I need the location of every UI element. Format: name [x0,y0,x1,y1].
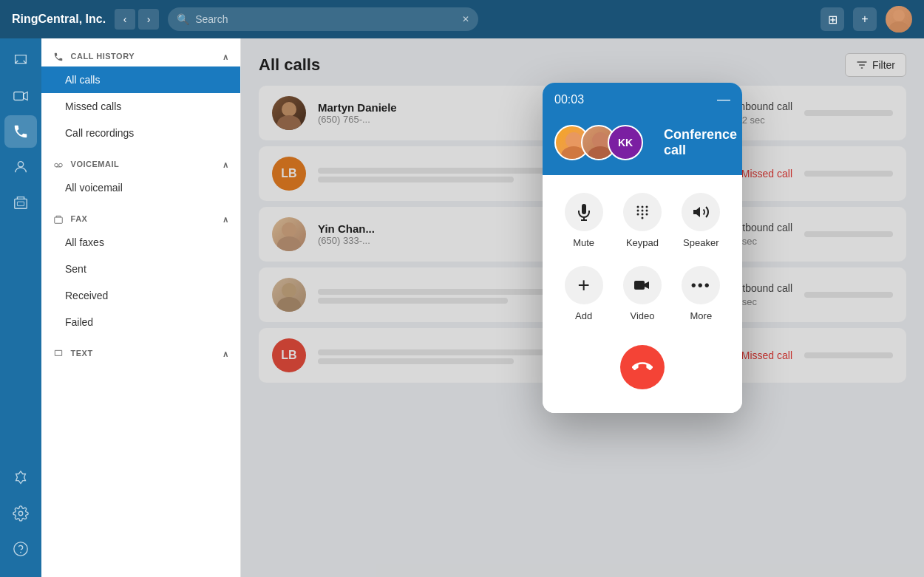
search-clear-icon[interactable]: ✕ [462,14,469,24]
speaker-icon [682,193,720,231]
svg-point-35 [645,210,648,212]
controls-row-2: + Add Video ••• More [554,266,730,321]
sidebar-item-video[interactable] [4,80,37,112]
keypad-button[interactable]: Keypad [623,193,662,248]
svg-point-31 [641,206,643,208]
video-icon [623,266,662,304]
svg-point-33 [636,210,639,212]
nav-item-all-faxes[interactable]: All faxes [41,229,240,256]
icon-sidebar [0,38,41,577]
sidebar-item-messages[interactable] [4,44,37,77]
nav-item-received[interactable]: Received [41,282,240,309]
end-call-row [554,339,730,401]
content-area: All calls Filter Martyn Daniele (650) 76… [241,38,924,577]
sidebar-item-phone[interactable] [4,115,37,148]
call-dialog-header: 00:03 — [543,83,742,116]
text-label: TEXT [71,349,93,358]
nav-controls: ‹ › [115,9,159,30]
mute-button[interactable]: Mute [565,193,603,248]
search-bar: 🔍 ✕ [168,7,478,31]
fax-section-header[interactable]: FAX ∧ [41,207,240,229]
mute-icon [565,193,603,231]
nav-item-call-recordings[interactable]: Call recordings [41,120,240,146]
svg-rect-4 [15,199,27,208]
voicemail-section-header[interactable]: VOICEMAIL ∧ [41,152,240,174]
speaker-button[interactable]: Speaker [682,193,720,248]
search-input[interactable] [195,13,456,25]
text-icon: TEXT [53,349,93,359]
nav-item-sent[interactable]: Sent [41,256,240,282]
app-title: RingCentral, Inc. [12,13,106,26]
topbar: RingCentral, Inc. ‹ › 🔍 ✕ ⊞ + [0,0,924,38]
svg-rect-5 [17,202,24,206]
nav-item-failed[interactable]: Failed [41,309,240,335]
icon-sidebar-bottom [4,462,37,577]
call-history-label: CALL HISTORY [71,52,135,61]
nav-item-all-calls[interactable]: All calls [41,66,240,93]
more-label: More [690,310,713,321]
svg-rect-11 [55,217,63,223]
svg-point-26 [592,132,608,148]
nav-sidebar: CALL HISTORY ∧ All calls Missed calls Ca… [41,38,241,577]
participant-avatar-kk: KK [608,125,643,160]
add-label: Add [575,310,592,321]
main-layout: CALL HISTORY ∧ All calls Missed calls Ca… [0,38,924,577]
voicemail-chevron: ∧ [222,160,229,170]
fax-chevron: ∧ [222,215,229,225]
nav-item-all-voicemail[interactable]: All voicemail [41,174,240,201]
user-avatar[interactable] [886,6,912,33]
svg-point-30 [636,206,639,208]
svg-point-3 [18,162,23,167]
call-dialog: 00:03 — KK Conference call [543,83,742,413]
text-section-header[interactable]: TEXT ∧ [41,341,240,363]
nav-item-missed-calls[interactable]: Missed calls [41,93,240,120]
apps-button[interactable]: ⊞ [821,7,844,31]
conference-label: Conference call [664,127,737,158]
call-controls: Mute Keypad Speaker [543,175,742,413]
sidebar-item-help[interactable] [4,533,37,565]
svg-point-24 [565,132,582,148]
svg-point-37 [641,214,643,216]
keypad-label: Keypad [626,237,659,248]
fax-icon: FAX [53,214,87,225]
svg-point-38 [645,214,648,216]
call-history-chevron: ∧ [222,52,229,62]
svg-point-34 [641,210,643,212]
sidebar-item-fax[interactable] [4,186,37,219]
avatar-image [886,6,912,33]
svg-point-39 [641,217,643,219]
svg-point-9 [55,163,58,167]
svg-point-36 [636,214,639,216]
add-button[interactable]: + Add [565,266,603,321]
voicemail-label: VOICEMAIL [71,160,120,168]
voicemail-icon: VOICEMAIL [53,160,119,170]
nav-back-button[interactable]: ‹ [115,9,135,30]
add-icon: + [565,266,603,304]
sidebar-item-settings[interactable] [4,497,37,530]
keypad-icon [623,193,662,231]
svg-rect-2 [14,92,24,100]
svg-point-1 [889,21,908,33]
mute-label: Mute [573,237,594,248]
svg-marker-40 [693,207,700,217]
topbar-right: ⊞ + [821,6,912,33]
call-participants: KK Conference call [543,116,742,175]
sidebar-item-contacts[interactable] [4,151,37,183]
controls-row-1: Mute Keypad Speaker [554,193,730,248]
svg-rect-41 [634,281,645,290]
add-button[interactable]: + [853,7,877,31]
more-button[interactable]: ••• More [682,266,720,321]
svg-point-32 [645,206,648,208]
video-label: Video [630,310,654,321]
sidebar-item-extensions[interactable] [4,462,37,494]
call-history-icon: CALL HISTORY [53,52,135,62]
video-button[interactable]: Video [623,266,662,321]
svg-point-0 [893,10,905,21]
end-call-button[interactable] [620,345,665,389]
minimize-button[interactable]: — [717,92,730,107]
nav-forward-button[interactable]: › [138,9,159,30]
svg-point-6 [18,511,23,516]
svg-point-8 [20,552,21,553]
speaker-label: Speaker [683,237,719,248]
call-history-section-header[interactable]: CALL HISTORY ∧ [41,44,240,66]
